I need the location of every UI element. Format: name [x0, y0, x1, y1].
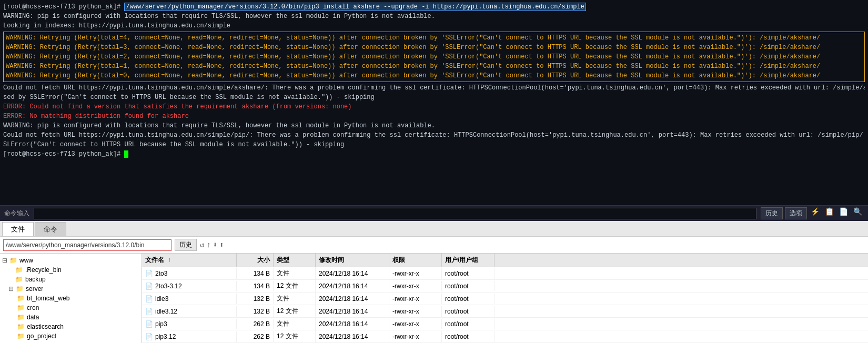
command-input[interactable] — [34, 208, 756, 219]
file-user-cell: root/root — [442, 319, 494, 329]
terminal-warn-2: WARNING: Retrying (Retry(total=3, connec… — [6, 43, 862, 52]
col-header-date[interactable]: 修改时间 — [316, 254, 389, 267]
file-size-cell: 134 B — [237, 268, 274, 279]
terminal-final-prompt: [root@hcss-ecs-f713 python_ak]# — [3, 150, 124, 158]
terminal-line-7: Could not fetch URL https://pypi.tuna.ts… — [3, 130, 865, 140]
file-date-cell: 2024/12/18 16:14 — [316, 268, 389, 279]
file-perm-cell: -rwxr-xr-x — [389, 331, 442, 342]
file-perm-cell: -rwxr-xr-x — [389, 268, 442, 279]
up-icon[interactable]: ↑ — [206, 241, 210, 249]
tree-item-backup[interactable]: ▶ 📁 backup — [0, 275, 142, 284]
file-date-cell: 2024/12/18 16:14 — [316, 294, 389, 304]
col-header-type[interactable]: 类型 — [274, 254, 316, 267]
lightning-icon[interactable]: ⚡ — [809, 207, 821, 219]
address-icons: ↺ ↑ ⬇ ⬆ — [200, 240, 224, 249]
refresh-icon[interactable]: ↺ — [200, 240, 204, 249]
file-name-cell: 📄2to3-3.12 — [142, 281, 237, 291]
folder-open-icon-www: 📁 — [9, 257, 17, 264]
tree-item-mysql[interactable]: 📁 mysql — [0, 341, 142, 343]
terminal-prompt: [root@hcss-ecs-f713 python_ak]# — [3, 3, 124, 11]
file-name-cell: 📄pip3 — [142, 319, 237, 329]
terminal-line-1: [root@hcss-ecs-f713 python_ak]# /www/ser… — [3, 2, 865, 12]
table-row[interactable]: 📄2to3 134 B 文件 2024/12/18 16:14 -rwxr-xr… — [142, 267, 868, 280]
table-row[interactable]: 📄pip3 262 B 文件 2024/12/18 16:14 -rwxr-xr… — [142, 318, 868, 330]
tree-item-elastic[interactable]: 📁 elasticsearch — [0, 322, 142, 331]
file-name-cell: 📄2to3 — [142, 268, 237, 279]
table-row[interactable]: 📄idle3.12 132 B 12 文件 2024/12/18 16:14 -… — [142, 305, 868, 318]
download-icon[interactable]: ⬇ — [213, 240, 217, 249]
filemanager-body: ⊟ 📁 www ▶ 📁 .Recycle_bin ▶ 📁 backup ⊟ 📁 … — [0, 254, 868, 343]
tree-item-www[interactable]: ⊟ 📁 www — [0, 256, 142, 265]
address-history-btn[interactable]: 历史 — [175, 239, 197, 251]
file-icon: 📄 — [145, 283, 153, 290]
col-header-size[interactable]: 大小 — [237, 254, 274, 267]
file-name-cell: 📄pip3.12 — [142, 331, 237, 342]
file-type-cell: 12 文件 — [274, 280, 316, 292]
table-row[interactable]: 📄2to3-3.12 134 B 12 文件 2024/12/18 16:14 … — [142, 280, 868, 292]
tree-item-go[interactable]: 📁 go_project — [0, 331, 142, 341]
col-header-perm[interactable]: 权限 — [389, 254, 442, 267]
tree-item-bt[interactable]: 📁 bt_tomcat_web — [0, 294, 142, 303]
address-input[interactable] — [3, 239, 171, 251]
tree-label-data: data — [27, 314, 39, 321]
terminal-line-5: sed by SSLError("Can't connect to HTTPS … — [3, 93, 865, 102]
file-date-cell: 2024/12/18 16:14 — [316, 319, 389, 329]
terminal-warn-5: WARNING: Retrying (Retry(total=0, connec… — [6, 71, 862, 80]
tab-command[interactable]: 命令 — [35, 222, 66, 236]
tree-label-backup: backup — [25, 276, 46, 283]
file-type-cell: 文件 — [274, 292, 316, 305]
tree-item-cron[interactable]: 📁 cron — [0, 303, 142, 312]
terminal-warn-4: WARNING: Retrying (Retry(total=1, connec… — [6, 62, 862, 71]
file-user-cell: root/root — [442, 268, 494, 279]
file-icon: 📄 — [145, 308, 153, 315]
file-size-cell: 262 B — [237, 331, 274, 342]
filemanager-addressbar: 历史 ↺ ↑ ⬇ ⬆ — [0, 237, 868, 254]
filemanager-panel: 文件 命令 历史 ↺ ↑ ⬇ ⬆ ⊟ 📁 www ▶ 📁 .Recycle_bi… — [0, 221, 868, 343]
file-icon: 📄 — [145, 295, 153, 302]
copy-icon[interactable]: 📋 — [823, 207, 835, 219]
tree-item-data[interactable]: 📁 data — [0, 312, 142, 322]
terminal-line-6: WARNING: pip is configured with location… — [3, 121, 865, 130]
folder-icon-data: 📁 — [17, 314, 25, 321]
file-perm-cell: -rwxr-xr-x — [389, 294, 442, 304]
file-user-cell: root/root — [442, 306, 494, 317]
folder-icon-recycle: 📁 — [15, 266, 23, 274]
expand-icon-www: ⊟ — [2, 257, 7, 264]
paste-icon[interactable]: 📄 — [837, 207, 850, 219]
file-icon: 📄 — [145, 333, 153, 340]
file-tree-panel: ⊟ 📁 www ▶ 📁 .Recycle_bin ▶ 📁 backup ⊟ 📁 … — [0, 254, 142, 343]
table-row[interactable]: 📄pip3.12 262 B 12 文件 2024/12/18 16:14 -r… — [142, 330, 868, 343]
file-date-cell: 2024/12/18 16:14 — [316, 331, 389, 342]
terminal-panel: [root@hcss-ecs-f713 python_ak]# /www/ser… — [0, 0, 868, 205]
table-row[interactable]: 📄idle3 132 B 文件 2024/12/18 16:14 -rwxr-x… — [142, 292, 868, 305]
file-size-cell: 134 B — [237, 281, 274, 291]
terminal-line-3: Looking in indexes: https://pypi.tuna.ts… — [3, 21, 865, 31]
tree-label-cron: cron — [27, 304, 39, 311]
tab-file[interactable]: 文件 — [2, 222, 34, 236]
upload-icon[interactable]: ⬆ — [219, 240, 224, 249]
file-icon: 📄 — [145, 270, 153, 277]
options-button[interactable]: 选项 — [785, 207, 807, 219]
file-user-cell: root/root — [442, 331, 494, 342]
file-name-cell: 📄idle3.12 — [142, 306, 237, 317]
folder-icon-cron: 📁 — [17, 304, 25, 311]
file-list-panel: 文件名 ↑ 大小 类型 修改时间 权限 用户/用户组 📄2to3 134 B 文… — [142, 254, 868, 343]
search-icon[interactable]: 🔍 — [852, 207, 864, 219]
terminal-command-highlight: /www/server/python_manager/versions/3.12… — [124, 3, 586, 11]
tree-label-server: server — [26, 285, 43, 292]
col-header-name[interactable]: 文件名 ↑ — [142, 254, 237, 267]
file-icon: 📄 — [145, 320, 153, 328]
terminal-error-2: ERROR: No matching distribution found fo… — [3, 112, 865, 121]
file-user-cell: root/root — [442, 294, 494, 304]
history-button[interactable]: 历史 — [761, 207, 783, 219]
tree-item-recycle[interactable]: ▶ 📁 .Recycle_bin — [0, 265, 142, 275]
folder-open-icon-server: 📁 — [16, 285, 24, 292]
filemanager-tabs: 文件 命令 — [0, 221, 868, 237]
file-type-cell: 文件 — [274, 318, 316, 330]
file-name-cell: 📄idle3 — [142, 294, 237, 304]
col-header-user[interactable]: 用户/用户组 — [442, 254, 494, 267]
file-type-cell: 文件 — [274, 267, 316, 279]
file-size-cell: 262 B — [237, 319, 274, 329]
tree-label-recycle: .Recycle_bin — [25, 266, 62, 274]
tree-item-server[interactable]: ⊟ 📁 server — [0, 284, 142, 294]
